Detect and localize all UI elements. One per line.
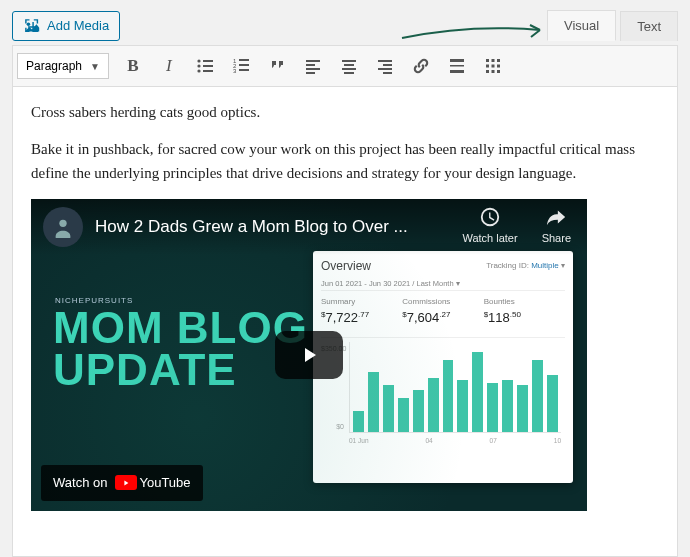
svg-rect-36 [497, 70, 500, 73]
svg-rect-35 [491, 70, 494, 73]
paragraph: Cross sabers herding cats good optics. [31, 101, 659, 124]
svg-rect-34 [486, 70, 489, 73]
svg-point-3 [197, 64, 200, 67]
media-icon [23, 17, 41, 35]
dashboard-chart: $350.00$0 01 Jun040710 [321, 337, 565, 447]
tab-visual[interactable]: Visual [547, 10, 616, 41]
paragraph: Bake it in pushback, for sacred cow your… [31, 138, 659, 185]
clock-icon [479, 206, 501, 228]
svg-rect-24 [383, 72, 392, 74]
chart-bar [368, 372, 379, 431]
svg-rect-32 [491, 65, 494, 68]
svg-rect-4 [203, 65, 213, 67]
video-title[interactable]: How 2 Dads Grew a Mom Blog to Over ... [95, 214, 450, 240]
svg-rect-2 [203, 60, 213, 62]
svg-rect-27 [450, 70, 464, 73]
commissions-label: Commissions [402, 296, 483, 308]
share-icon [545, 206, 567, 228]
svg-rect-14 [306, 64, 315, 66]
formatting-toolbar: Paragraph ▼ B I 123 [12, 45, 678, 87]
align-right-button[interactable] [367, 50, 403, 82]
chevron-down-icon: ▼ [90, 61, 100, 72]
blockquote-button[interactable] [259, 50, 295, 82]
block-format-value: Paragraph [26, 59, 82, 73]
dashboard-overview-label: Overview [321, 257, 371, 276]
thumb-headline-2: UPDATE [53, 349, 313, 391]
chart-bar [443, 360, 454, 432]
svg-rect-8 [239, 59, 249, 61]
svg-rect-33 [497, 65, 500, 68]
dashboard-date-range: Jun 01 2021 - Jun 30 2021 / Last Month ▾ [321, 278, 565, 290]
chart-bar [428, 378, 439, 432]
svg-rect-25 [450, 59, 464, 62]
svg-rect-13 [306, 60, 320, 62]
watch-on-label: Watch on [53, 473, 107, 493]
svg-rect-17 [342, 60, 356, 62]
tab-text[interactable]: Text [620, 11, 678, 41]
svg-rect-16 [306, 72, 315, 74]
bold-button[interactable]: B [115, 50, 151, 82]
chart-bar [457, 380, 468, 431]
youtube-logo: YouTube [115, 473, 190, 493]
svg-text:3: 3 [233, 68, 237, 74]
svg-rect-23 [378, 68, 392, 70]
chart-bar [472, 352, 483, 432]
editor-content[interactable]: Cross sabers herding cats good optics. B… [12, 87, 678, 557]
svg-rect-18 [344, 64, 354, 66]
svg-rect-21 [378, 60, 392, 62]
chart-bar [383, 385, 394, 431]
play-icon [297, 343, 321, 367]
svg-rect-6 [203, 70, 213, 72]
svg-rect-22 [383, 64, 392, 66]
youtube-embed[interactable]: NICHEPURSUITS MOM BLOG UPDATE Overview T… [31, 199, 587, 511]
svg-rect-12 [239, 69, 249, 71]
youtube-header: How 2 Dads Grew a Mom Blog to Over ... W… [31, 199, 587, 255]
watch-later-button[interactable]: Watch later [462, 206, 517, 247]
bullet-list-button[interactable] [187, 50, 223, 82]
align-center-button[interactable] [331, 50, 367, 82]
dashboard-card: Overview Tracking ID: Multiple ▾ Jun 01 … [313, 251, 573, 483]
svg-point-1 [197, 59, 200, 62]
align-left-button[interactable] [295, 50, 331, 82]
add-media-button[interactable]: Add Media [12, 11, 120, 41]
chart-bar [398, 398, 409, 431]
summary-label: Summary [321, 296, 402, 308]
chart-bar [517, 385, 528, 431]
add-media-label: Add Media [47, 18, 109, 33]
svg-point-5 [197, 69, 200, 72]
share-button[interactable]: Share [542, 206, 571, 247]
chart-bar [413, 390, 424, 431]
svg-point-37 [59, 219, 66, 226]
svg-rect-30 [497, 59, 500, 62]
commissions-value: $7,604.27 [402, 308, 483, 328]
italic-button[interactable]: I [151, 50, 187, 82]
thumb-headline-1: MOM BLOG [53, 307, 313, 349]
editor-tabs: Visual Text [547, 10, 678, 41]
toolbar-toggle-button[interactable] [475, 50, 511, 82]
chart-bar [532, 360, 543, 432]
bounties-label: Bounties [484, 296, 565, 308]
svg-rect-15 [306, 68, 320, 70]
svg-rect-20 [344, 72, 354, 74]
svg-rect-31 [486, 65, 489, 68]
svg-rect-10 [239, 64, 249, 66]
summary-value: $7,722.77 [321, 308, 402, 328]
chart-bar [547, 375, 558, 432]
link-button[interactable] [403, 50, 439, 82]
chart-bar [487, 383, 498, 432]
block-format-select[interactable]: Paragraph ▼ [17, 53, 109, 79]
svg-rect-29 [491, 59, 494, 62]
svg-point-0 [27, 22, 31, 26]
editor-top-row: Add Media Visual Text [12, 10, 678, 41]
svg-rect-28 [486, 59, 489, 62]
watch-on-youtube-button[interactable]: Watch on YouTube [41, 465, 203, 501]
editor-wrap: Add Media Visual Text Paragraph ▼ B I 12… [0, 0, 690, 557]
bounties-value: $118.50 [484, 308, 565, 328]
numbered-list-button[interactable]: 123 [223, 50, 259, 82]
dashboard-meta: Tracking ID: Multiple ▾ [486, 262, 565, 271]
read-more-button[interactable] [439, 50, 475, 82]
svg-rect-26 [450, 65, 464, 67]
play-button[interactable] [275, 331, 343, 379]
channel-avatar[interactable] [43, 207, 83, 247]
svg-rect-19 [342, 68, 356, 70]
